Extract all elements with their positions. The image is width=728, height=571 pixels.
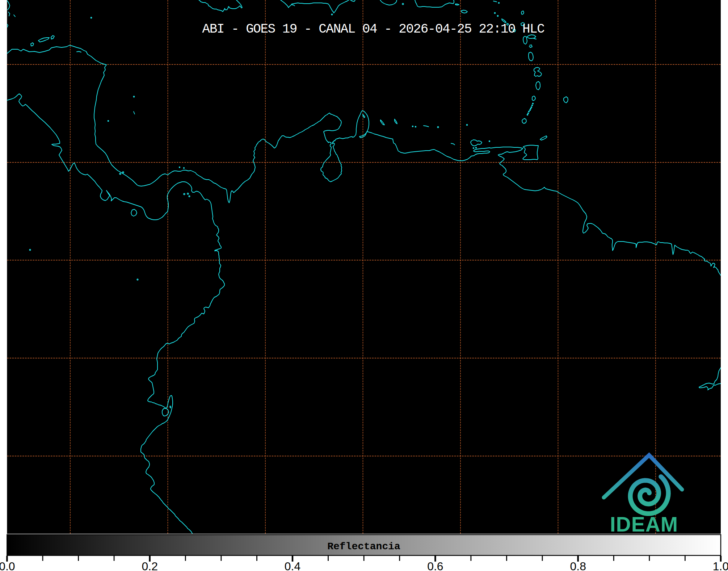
svg-text:0.2: 0.2: [142, 560, 157, 571]
svg-text:0.0: 0.0: [0, 560, 15, 571]
svg-text:0.6: 0.6: [427, 560, 443, 571]
svg-text:Reflectancia: Reflectancia: [327, 541, 400, 552]
svg-text:IDEAM: IDEAM: [610, 513, 678, 536]
svg-text:0.4: 0.4: [285, 560, 300, 571]
svg-text:1.0: 1.0: [713, 560, 728, 571]
svg-text:0.8: 0.8: [570, 560, 586, 571]
svg-text:ABI - GOES 19 - CANAL 04 - 202: ABI - GOES 19 - CANAL 04 - 2026-04-25 22…: [202, 22, 545, 37]
